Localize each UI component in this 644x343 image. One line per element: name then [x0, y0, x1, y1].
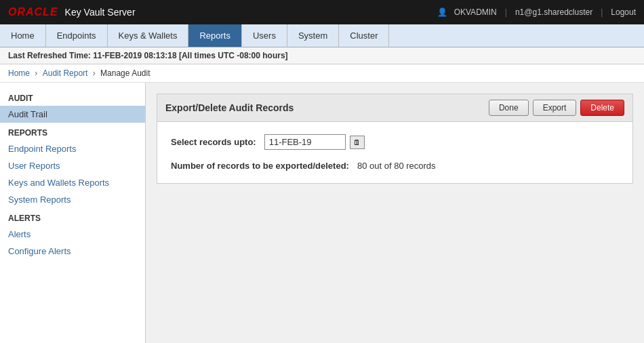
- breadcrumb-audit-report[interactable]: Audit Report: [43, 68, 88, 78]
- sidebar-section-audit: AUDIT: [0, 88, 145, 106]
- nav-endpoints[interactable]: Endpoints: [46, 24, 108, 47]
- user-icon: 👤: [437, 7, 447, 17]
- breadcrumb-home[interactable]: Home: [8, 68, 30, 78]
- breadcrumb-current: Manage Audit: [100, 68, 150, 78]
- sidebar-item-endpoint-reports[interactable]: Endpoint Reports: [0, 140, 145, 157]
- nav-bar: Home Endpoints Keys & Wallets Reports Us…: [0, 24, 644, 47]
- sidebar-item-configure-alerts[interactable]: Configure Alerts: [0, 243, 145, 260]
- content-area: Export/Delete Audit Records Done Export …: [146, 83, 644, 343]
- logout-link[interactable]: Logout: [611, 7, 636, 17]
- nav-reports[interactable]: Reports: [188, 24, 242, 47]
- sidebar-item-alerts[interactable]: Alerts: [0, 226, 145, 243]
- sidebar: AUDIT Audit Trail REPORTS Endpoint Repor…: [0, 83, 146, 343]
- nav-cluster[interactable]: Cluster: [339, 24, 389, 47]
- panel-header: Export/Delete Audit Records Done Export …: [157, 94, 632, 122]
- sidebar-section-reports: REPORTS: [0, 123, 145, 140]
- panel-title: Export/Delete Audit Records: [165, 102, 294, 113]
- date-input[interactable]: [264, 134, 346, 150]
- nav-keys-wallets[interactable]: Keys & Wallets: [108, 24, 189, 47]
- top-header: ORACLE Key Vault Server 👤 OKVADMIN | n1@…: [0, 0, 644, 24]
- records-row: Number of records to be exported/deleted…: [171, 161, 619, 171]
- nav-users[interactable]: Users: [242, 24, 287, 47]
- calendar-icon[interactable]: 🗓: [350, 136, 365, 149]
- app-title: Key Vault Server: [65, 7, 136, 18]
- breadcrumb: Home › Audit Report › Manage Audit: [0, 64, 644, 83]
- main-layout: AUDIT Audit Trail REPORTS Endpoint Repor…: [0, 83, 644, 343]
- refresh-text: Last Refreshed Time: 11-FEB-2019 08:13:1…: [8, 51, 288, 60]
- sidebar-item-system-reports[interactable]: System Reports: [0, 191, 145, 208]
- records-value: 80 out of 80 records: [357, 161, 436, 171]
- nav-system[interactable]: System: [287, 24, 339, 47]
- nav-home[interactable]: Home: [0, 24, 46, 47]
- header-left: ORACLE Key Vault Server: [8, 6, 136, 18]
- export-button[interactable]: Export: [533, 100, 577, 116]
- panel-buttons: Done Export Delete: [489, 100, 624, 116]
- done-button[interactable]: Done: [489, 100, 529, 116]
- username: OKVADMIN: [454, 7, 497, 17]
- delete-button[interactable]: Delete: [580, 100, 624, 116]
- sidebar-section-alerts: ALERTS: [0, 208, 145, 226]
- refresh-bar: Last Refreshed Time: 11-FEB-2019 08:13:1…: [0, 47, 644, 64]
- export-delete-panel: Export/Delete Audit Records Done Export …: [157, 94, 633, 184]
- select-records-label: Select records upto:: [171, 137, 256, 147]
- header-right: 👤 OKVADMIN | n1@g1.sharedcluster | Logou…: [437, 7, 636, 17]
- sidebar-item-keys-wallets-reports[interactable]: Keys and Wallets Reports: [0, 174, 145, 191]
- sidebar-item-user-reports[interactable]: User Reports: [0, 157, 145, 174]
- cluster-info: n1@g1.sharedcluster: [515, 7, 592, 17]
- sidebar-item-audit-trail[interactable]: Audit Trail: [0, 106, 145, 123]
- oracle-logo: ORACLE: [8, 6, 58, 18]
- records-label: Number of records to be exported/deleted…: [171, 161, 349, 171]
- panel-body: Select records upto: 🗓 Number of records…: [157, 122, 632, 183]
- date-form-row: Select records upto: 🗓: [171, 134, 619, 150]
